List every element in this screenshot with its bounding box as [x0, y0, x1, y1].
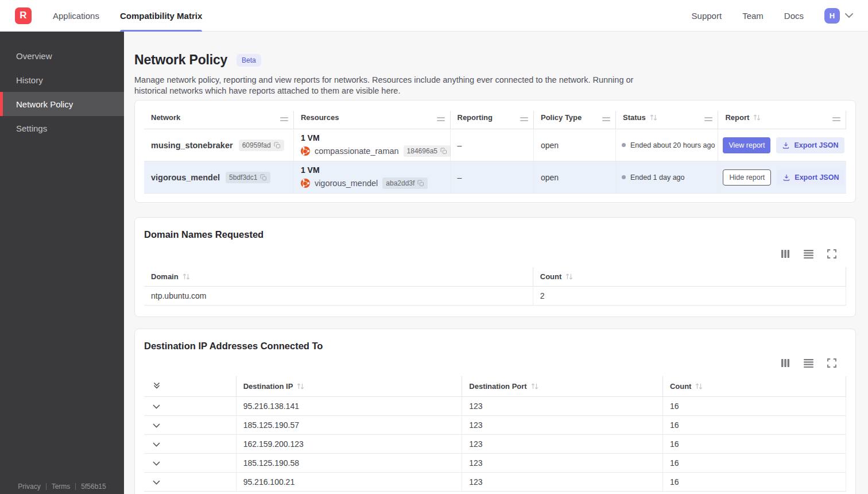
columns-icon[interactable] — [781, 249, 790, 258]
main-content: Network Policy Beta Manage network polic… — [124, 32, 868, 494]
count-value: 16 — [662, 416, 846, 435]
count-value: 16 — [662, 454, 846, 473]
sort-icon[interactable] — [565, 273, 573, 280]
expand-row-icon[interactable] — [153, 480, 160, 485]
sort-icon[interactable] — [650, 114, 657, 121]
hide-report-button[interactable]: Hide report — [723, 169, 771, 186]
dest-port-value: 123 — [462, 454, 663, 473]
ubuntu-icon — [301, 179, 310, 188]
vm-count: 1 VM — [301, 165, 443, 175]
status-dot-icon — [622, 175, 626, 179]
dest-port-value: 123 — [462, 435, 663, 454]
vm-count: 1 VM — [301, 133, 443, 142]
sort-icon[interactable] — [695, 383, 703, 390]
drag-handle-icon[interactable] — [280, 115, 288, 123]
dest-ip-value: 162.159.200.123 — [236, 435, 462, 454]
status: Ended 1 day ago — [622, 173, 716, 182]
dest-port-value: 123 — [462, 473, 663, 492]
dest-port-value: 123 — [462, 416, 663, 435]
tab-applications[interactable]: Applications — [53, 0, 99, 32]
dest-ip-card-title: Destination IP Addresses Connected To — [144, 341, 846, 352]
beta-badge: Beta — [237, 54, 261, 67]
column-header-domain[interactable]: Domain — [144, 267, 533, 287]
column-header-network[interactable]: Network — [144, 111, 293, 129]
export-json-button[interactable]: Export JSON — [776, 137, 844, 153]
copy-icon — [440, 148, 447, 155]
dest-ip-value: 185.125.190.58 — [236, 454, 462, 473]
reporting-value: – — [450, 129, 533, 161]
chevron-down-icon[interactable] — [845, 13, 853, 18]
sidebar-item-overview[interactable]: Overview — [0, 44, 124, 68]
support-link[interactable]: Support — [692, 11, 722, 21]
column-header-reporting[interactable]: Reporting — [450, 111, 533, 129]
user-menu[interactable]: H — [824, 8, 853, 24]
drag-handle-icon[interactable] — [437, 115, 445, 123]
column-header-status[interactable]: Status — [616, 111, 718, 129]
app-logo[interactable]: R — [15, 7, 32, 24]
column-header-resources[interactable]: Resources — [293, 111, 450, 129]
view-report-button[interactable]: View report — [723, 137, 770, 153]
terms-link[interactable]: Terms — [52, 483, 71, 491]
dest-ip-row: 95.216.100.21 123 16 — [144, 473, 846, 492]
download-icon — [782, 173, 790, 182]
network-id-badge[interactable]: 5bdf3dc1 — [226, 172, 270, 183]
drag-handle-icon[interactable] — [832, 115, 840, 123]
column-header-destination-ip[interactable]: Destination IP — [236, 376, 462, 397]
sort-icon[interactable] — [531, 383, 538, 390]
dest-ip-row: 185.125.190.57 123 16 — [144, 416, 846, 435]
page-description: Manage network policy, reporting and vie… — [134, 75, 660, 97]
column-header-count[interactable]: Count — [533, 267, 846, 287]
domain-row: ntp.ubuntu.com 2 — [144, 287, 846, 306]
privacy-link[interactable]: Privacy — [18, 483, 40, 491]
team-link[interactable]: Team — [742, 11, 764, 21]
table-toolbar — [144, 358, 846, 368]
drag-handle-icon[interactable] — [704, 115, 712, 123]
drag-handle-icon[interactable] — [520, 115, 528, 123]
row-height-icon[interactable] — [804, 359, 813, 368]
avatar[interactable]: H — [824, 8, 840, 24]
sidebar-item-history[interactable]: History — [0, 68, 124, 92]
column-header-destination-port[interactable]: Destination Port — [462, 376, 663, 397]
fullscreen-icon[interactable] — [827, 358, 836, 368]
sidebar-item-settings[interactable]: Settings — [0, 116, 124, 140]
fullscreen-icon[interactable] — [827, 249, 836, 258]
row-height-icon[interactable] — [804, 250, 813, 258]
count-value: 16 — [662, 435, 846, 454]
dest-ip-row: 95.216.138.141 123 16 — [144, 397, 846, 416]
expand-all-header[interactable] — [144, 376, 236, 397]
sidebar-item-network-policy[interactable]: Network Policy — [0, 92, 124, 116]
domain-card-title: Domain Names Requested — [144, 229, 846, 240]
dest-ip-value: 95.216.138.141 — [236, 397, 462, 416]
resource-name: compassionate_raman — [315, 146, 399, 156]
sort-icon[interactable] — [183, 273, 190, 280]
expand-row-icon[interactable] — [153, 442, 160, 447]
policy-type-value: open — [533, 161, 615, 194]
resource-id-badge[interactable]: 184696a5 — [404, 145, 451, 157]
dest-port-value: 123 — [462, 397, 663, 416]
domain-table: Domain Count ntp.ubuntu.com 2 — [144, 267, 846, 306]
network-row-musing-stonebraker: musing_stonebraker 60959fad 1 VM compass… — [144, 129, 846, 161]
column-header-count[interactable]: Count — [662, 376, 846, 397]
column-header-report[interactable]: Report — [718, 111, 846, 129]
drag-handle-icon[interactable] — [602, 115, 610, 123]
download-icon — [782, 141, 790, 149]
sort-icon[interactable] — [297, 383, 304, 390]
columns-icon[interactable] — [781, 358, 790, 368]
export-json-button[interactable]: Export JSON — [777, 169, 844, 186]
status-dot-icon — [622, 143, 626, 147]
copy-icon — [417, 180, 424, 187]
copy-icon — [274, 142, 281, 149]
network-id-badge[interactable]: 60959fad — [239, 140, 284, 151]
expand-row-icon[interactable] — [153, 423, 160, 428]
resource-id-badge[interactable]: aba2dd3f — [382, 177, 428, 189]
tab-compatibility-matrix[interactable]: Compatibility Matrix — [120, 0, 202, 32]
count-value: 16 — [662, 473, 846, 492]
docs-link[interactable]: Docs — [784, 11, 804, 21]
column-header-policy-type[interactable]: Policy Type — [533, 111, 615, 129]
expand-row-icon[interactable] — [153, 404, 160, 409]
sort-icon[interactable] — [753, 114, 761, 121]
resource-name: vigorous_mendel — [315, 179, 378, 188]
table-toolbar — [144, 249, 846, 258]
expand-row-icon[interactable] — [153, 461, 160, 466]
networks-table-card: Network Resources Reporting Policy Type — [134, 100, 856, 203]
